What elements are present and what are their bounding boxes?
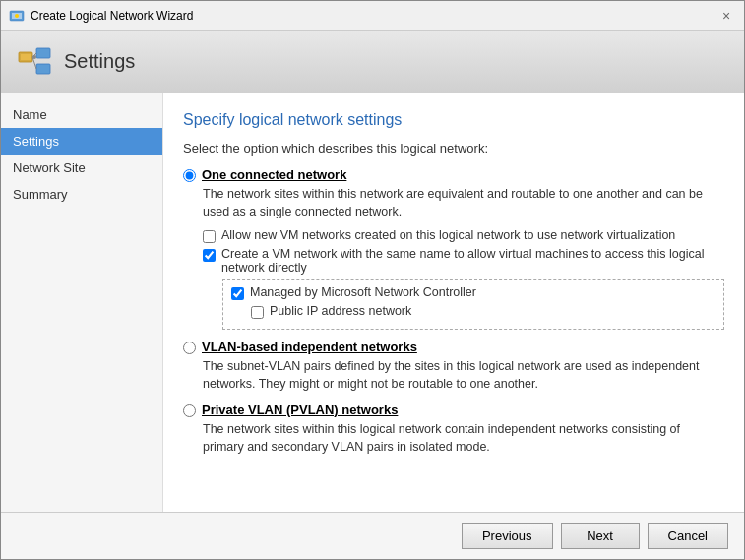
next-button[interactable]: Next: [561, 523, 640, 549]
checkbox-managed-by-label[interactable]: Managed by Microsoft Network Controller: [250, 285, 476, 299]
sidebar-item-name[interactable]: Name: [1, 101, 162, 128]
title-bar-text: Create Logical Network Wizard: [31, 9, 716, 23]
checkbox-public-ip[interactable]: Public IP address network: [251, 304, 715, 319]
private-vlan-description: The network sites within this logical ne…: [203, 421, 724, 456]
radio-private-vlan-label[interactable]: Private VLAN (PVLAN) networks: [202, 403, 398, 417]
checkbox-create-vm-input[interactable]: [203, 249, 216, 262]
radio-vlan-based-label[interactable]: VLAN-based independent networks: [202, 340, 417, 354]
svg-rect-4: [21, 54, 31, 60]
main-content: Specify logical network settings Select …: [163, 93, 744, 512]
header-title: Settings: [64, 50, 135, 73]
close-button[interactable]: ×: [716, 6, 736, 26]
option-vlan-based: VLAN-based independent networks The subn…: [183, 340, 724, 393]
radio-vlan-based[interactable]: VLAN-based independent networks: [183, 340, 724, 354]
footer: Previous Next Cancel: [1, 512, 744, 559]
vlan-based-description: The subnet-VLAN pairs defined by the sit…: [203, 358, 724, 393]
radio-vlan-based-input[interactable]: [183, 342, 196, 354]
checkbox-public-ip-input[interactable]: [251, 306, 264, 319]
sidebar: Name Settings Network Site Summary: [1, 93, 163, 512]
option-private-vlan: Private VLAN (PVLAN) networks The networ…: [183, 403, 724, 456]
main-title: Specify logical network settings: [183, 111, 724, 129]
radio-one-connected[interactable]: One connected network: [183, 167, 724, 182]
radio-one-connected-label[interactable]: One connected network: [202, 167, 346, 182]
title-bar: Create Logical Network Wizard ×: [1, 1, 744, 31]
checkbox-create-vm-label[interactable]: Create a VM network with the same name t…: [221, 247, 724, 275]
svg-rect-5: [36, 48, 50, 58]
sidebar-item-summary[interactable]: Summary: [1, 181, 162, 208]
checkbox-allow-vm[interactable]: Allow new VM networks created on this lo…: [203, 228, 724, 243]
title-bar-icon: [9, 8, 25, 24]
radio-private-vlan-input[interactable]: [183, 404, 196, 417]
svg-point-2: [15, 14, 19, 18]
radio-private-vlan[interactable]: Private VLAN (PVLAN) networks: [183, 403, 724, 417]
checkbox-managed-by-input[interactable]: [231, 287, 244, 300]
nested-checkbox-group: Managed by Microsoft Network Controller …: [222, 279, 724, 330]
content-area: Name Settings Network Site Summary Speci…: [1, 93, 744, 512]
checkbox-create-vm[interactable]: Create a VM network with the same name t…: [203, 247, 724, 275]
option-one-connected: One connected network The network sites …: [183, 167, 724, 330]
radio-one-connected-input[interactable]: [183, 169, 196, 182]
checkbox-allow-vm-label[interactable]: Allow new VM networks created on this lo…: [221, 228, 675, 242]
checkbox-managed-by[interactable]: Managed by Microsoft Network Controller: [231, 285, 715, 300]
one-connected-description: The network sites within this network ar…: [203, 186, 724, 220]
sidebar-item-network-site[interactable]: Network Site: [1, 155, 162, 181]
svg-point-9: [32, 55, 36, 59]
wizard-window: Create Logical Network Wizard × Settings…: [0, 0, 745, 560]
main-subtitle: Select the option which describes this l…: [183, 141, 724, 156]
checkbox-allow-vm-input[interactable]: [203, 230, 216, 243]
previous-button[interactable]: Previous: [462, 523, 553, 549]
svg-rect-6: [36, 64, 50, 74]
checkbox-public-ip-label[interactable]: Public IP address network: [270, 304, 411, 318]
header-icon: [17, 44, 52, 80]
sidebar-item-settings[interactable]: Settings: [1, 128, 162, 155]
cancel-button[interactable]: Cancel: [648, 523, 728, 549]
checkbox-group-one-connected: Allow new VM networks created on this lo…: [203, 228, 724, 330]
wizard-header: Settings: [1, 31, 744, 93]
